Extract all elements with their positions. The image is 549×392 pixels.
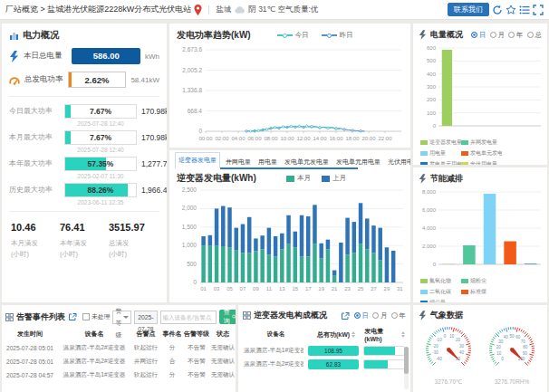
inverter-row[interactable]: 温泉酒店-半岛2#逆变器62.83201 — [238, 356, 410, 369]
alarm-cell: 温泉酒店-半岛2#逆变器 — [58, 355, 130, 368]
inverter-period-月[interactable]: 月 — [372, 311, 388, 320]
legend-label: 今日 — [295, 31, 309, 40]
grid-icon — [243, 311, 251, 320]
alarm-cell: 2025-07-28 05:01 — [2, 341, 58, 355]
alarm-cell: 无需确认 — [210, 341, 236, 355]
svg-text:40: 40 — [504, 335, 509, 339]
svg-text:2,673.6: 2,673.6 — [182, 46, 202, 53]
refresh-icon[interactable] — [492, 5, 503, 15]
export-icon[interactable] — [341, 311, 350, 320]
svg-text:1,000: 1,000 — [182, 242, 197, 248]
legend-label: 发电单元用电量 — [429, 160, 461, 165]
legend-label: 上月 — [332, 174, 346, 183]
energy-period-总[interactable]: 总 — [527, 31, 543, 40]
energy-tabs-panel: 逆变器发电量并网电量用电量发电单元发电量发电单元用电量光伏用电量月年 逆变器发电… — [169, 150, 410, 302]
breadcrumb[interactable]: 厂站概览 > 盐城港光伏能源2228kW分布式光伏电站 — [5, 4, 191, 15]
alarm-row[interactable]: 2025-07-28 05:01温泉酒店-半岛2#逆变器并网运行合不告警无需确认 — [2, 355, 236, 368]
radio-label: 月 — [498, 31, 506, 40]
legend-item-上月[interactable]: 上月 — [322, 174, 346, 183]
tab-逆变器发电量[interactable]: 逆变器发电量 — [175, 152, 220, 169]
max-power-label: 本年最大功率 — [9, 158, 60, 168]
energy-period-年[interactable]: 年 — [508, 31, 524, 40]
date-picker[interactable]: 2025-07-28 — [134, 311, 157, 324]
weather-label: 阴 31℃ 空气质量:优 — [248, 5, 318, 15]
panel-title: 节能减排 — [430, 173, 463, 185]
legend-swatch — [461, 290, 468, 294]
svg-text:15: 15 — [292, 286, 298, 292]
svg-text:40: 40 — [459, 350, 465, 355]
inverter-period-年[interactable]: 年 — [391, 311, 407, 320]
legend-item: 光伏用电量 — [461, 160, 502, 165]
star-icon[interactable] — [506, 5, 516, 15]
list-icon[interactable] — [519, 5, 530, 15]
alarm-row[interactable]: 2025-07-28 05:01温泉酒店-半岛2#逆变器软起运行分不告警无需确认 — [2, 341, 236, 355]
radio-icon — [508, 32, 515, 38]
energy-period-日[interactable]: 日 — [471, 31, 486, 40]
svg-text:20:00: 20:00 — [361, 136, 376, 141]
pv-dashboard: 厂站概览 > 盐城港光伏能源2228kW分布式光伏电站 盐城 阴 31℃ 空气质… — [0, 0, 549, 392]
max-power-label: 历史最大功率 — [9, 185, 60, 195]
temperature-gauge-dial: -40-30-20-1001020304050 — [419, 322, 478, 377]
full-hours-stats: 10.46本月满发(小时)76.41本年满发(小时)3515.97总满发(小时) — [2, 216, 167, 259]
legend-item-昨日[interactable]: 昨日 — [322, 31, 353, 40]
inverter-row[interactable]: 温泉酒店-半岛1#逆变器108.95341 — [238, 342, 410, 356]
svg-text:10: 10 — [496, 351, 502, 356]
temperature-gauge: -40-30-20-1001020304050 3276.70℃ — [419, 322, 478, 386]
energy-period-radios: 日月年总 — [471, 31, 542, 40]
max-power-time: 2025-07-28 12:40 — [64, 147, 137, 153]
search-icon — [232, 313, 236, 320]
checkbox-icon[interactable] — [82, 313, 90, 320]
legend-item: 二氧化碳 — [420, 288, 461, 296]
radio-icon — [527, 32, 534, 38]
svg-text:0: 0 — [501, 357, 504, 361]
max-power-bar: 57.35% — [64, 157, 137, 171]
search-input[interactable] — [160, 311, 217, 324]
energy-period-月[interactable]: 月 — [490, 31, 506, 40]
column-energy[interactable]: 发电量(kWh) — [364, 327, 405, 342]
energy-value: 201 — [364, 368, 374, 369]
legend-item-本月[interactable]: 本月 — [286, 174, 311, 183]
alarm-cell: 无需确认 — [210, 355, 236, 368]
max-power-row: 历史最大功率88.26%1,966.43kW2023-06-11 12:35 — [2, 180, 167, 206]
tab-光伏用电量[interactable]: 光伏用电量 — [386, 155, 410, 169]
svg-text:01: 01 — [200, 286, 207, 292]
legend-swatch — [420, 290, 428, 294]
svg-text:6,000: 6,000 — [422, 207, 437, 213]
power-trend-panel: 发电功率趋势(kW) 今日昨日 0668.41,336.82,005.22,67… — [169, 24, 410, 148]
alarm-column-header: 状态 — [210, 327, 236, 341]
search-button-label: 查询 — [223, 308, 232, 326]
contact-button[interactable]: 联系我们 — [448, 3, 489, 16]
legend-swatch — [322, 176, 330, 182]
svg-text:22:00: 22:00 — [378, 136, 392, 141]
svg-text:2,000: 2,000 — [182, 205, 197, 211]
stat-value: 10.46 — [11, 222, 60, 233]
topbar: 厂站概览 > 盐城港光伏能源2228kW分布式光伏电站 盐城 阴 31℃ 空气质… — [0, 0, 549, 20]
alarm-level-select[interactable]: 告警等级 — [112, 311, 131, 324]
inverter-period-日[interactable]: 日 — [354, 311, 370, 320]
svg-text:-30: -30 — [432, 350, 438, 355]
saving-legend: 氮氧化物烟粉尘二氧化碳标准煤烟尘量 — [413, 275, 547, 302]
svg-text:10: 10 — [449, 334, 455, 339]
alarm-row[interactable]: 2025-07-28 04:57温泉酒店-半岛1#逆变器软起运行分不告警无需确认 — [2, 368, 236, 382]
unprocessed-filter[interactable]: 未处理 — [82, 312, 110, 321]
svg-text:10:00: 10:00 — [280, 136, 294, 141]
radio-label: 年 — [516, 31, 524, 40]
legend-line — [322, 34, 327, 36]
svg-text:400: 400 — [427, 72, 437, 77]
column-active-power[interactable]: 总有功(kW) — [313, 330, 360, 339]
search-button[interactable]: 查询 — [219, 310, 236, 324]
gen-power-value: 58.41kW — [130, 76, 159, 84]
legend-item-今日[interactable]: 今日 — [277, 31, 309, 40]
svg-text:500: 500 — [187, 261, 197, 267]
fullscreen-icon[interactable] — [533, 5, 544, 15]
panel-title: 电量概况 — [430, 29, 463, 41]
scrollbar-thumb[interactable] — [404, 347, 409, 374]
legend-label: 发电单元发电量 — [470, 149, 502, 158]
radio-icon — [354, 312, 361, 319]
export-icon[interactable] — [68, 312, 77, 321]
scrollbar[interactable] — [404, 347, 409, 389]
sort-icon[interactable] — [352, 331, 355, 338]
sort-icon[interactable] — [401, 331, 405, 338]
energy-saving-panel: 节能减排 02,0004,0006,0008,000 氮氧化物烟粉尘二氧化碳标准… — [413, 167, 547, 302]
max-power-list: 今日最大功率7.67%170.98kW2025-07-28 12:40本月最大功… — [2, 101, 167, 206]
